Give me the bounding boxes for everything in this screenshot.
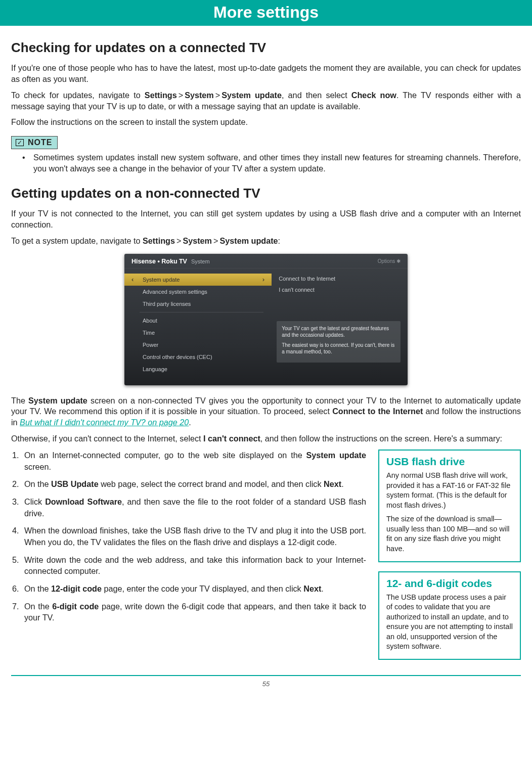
body-text: If your TV is not connected to the Inter… <box>11 208 521 231</box>
sidebar-title: 12- and 6-digit codes <box>386 577 513 590</box>
sidebar-title: USB flash drive <box>386 456 513 468</box>
tv-screenshot: Hisense • Roku TVSystem Options ✱ System… <box>124 254 408 385</box>
tv-menu-item-selected: System update <box>124 274 272 286</box>
footer-rule <box>11 675 521 676</box>
tv-submenu-item: Connect to the Internet <box>277 274 401 285</box>
sidebar-usb-flash-drive: USB flash drive Any normal USB flash dri… <box>378 450 521 562</box>
page-number: 55 <box>0 680 532 688</box>
heading-nonconnected: Getting updates on a non-connected TV <box>11 186 521 201</box>
tv-options-hint: Options ✱ <box>378 258 401 264</box>
tv-submenu-item: I can't connect <box>277 285 401 296</box>
step-item: On the USB Update web page, select the c… <box>21 478 366 490</box>
tv-submenu: Connect to the Internet I can't connect … <box>272 268 408 385</box>
check-icon: ✓ <box>16 139 24 146</box>
tv-menu-item: Language <box>124 363 272 375</box>
step-item: Write down the code and the web address,… <box>21 554 366 577</box>
step-item: Click Download Software, and then save t… <box>21 496 366 519</box>
tv-menu-item: Third party licenses <box>124 298 272 310</box>
tv-menu: System update Advanced system settings T… <box>124 268 272 385</box>
body-text: Follow the instructions on the screen to… <box>11 117 521 128</box>
sidebar-text: The size of the download is small—usuall… <box>386 514 513 554</box>
note-bullet: Sometimes system updates install new sys… <box>33 152 521 174</box>
tv-menu-item: Power <box>124 339 272 351</box>
crossref-link[interactable]: But what if I didn't connect my TV? on p… <box>20 418 189 427</box>
tv-menu-item: About <box>124 315 272 327</box>
page-banner: More settings <box>0 0 532 26</box>
steps-list: On an Internet-connected computer, go to… <box>11 450 366 623</box>
heading-checking-updates: Checking for updates on a connected TV <box>11 40 521 56</box>
body-text: To get a system update, navigate to Sett… <box>11 236 521 247</box>
sidebar-text: Any normal USB flash drive will work, pr… <box>386 471 513 510</box>
sidebar-codes: 12- and 6-digit codes The USB update pro… <box>378 571 521 660</box>
sidebar-text: The USB update process uses a pair of co… <box>386 593 513 652</box>
note-list: Sometimes system updates install new sys… <box>11 152 521 174</box>
tv-menu-item: Control other devices (CEC) <box>124 351 272 363</box>
body-text: To check for updates, navigate to Settin… <box>11 90 521 112</box>
body-text: The System update screen on a non-connec… <box>11 395 521 429</box>
step-item: On an Internet-connected computer, go to… <box>21 450 366 472</box>
body-text: If you're one of those people who has to… <box>11 63 521 85</box>
step-item: On the 6-digit code page, write down the… <box>21 601 366 623</box>
tv-menu-item: Time <box>124 327 272 339</box>
note-badge: ✓ NOTE <box>11 136 58 149</box>
note-label: NOTE <box>28 138 52 147</box>
step-item: On the 12-digit code page, enter the cod… <box>21 583 366 595</box>
step-item: When the download finishes, take the USB… <box>21 525 366 548</box>
tv-description: Your TV can get the latest and greatest … <box>277 321 401 363</box>
tv-brand: Hisense • Roku TVSystem <box>131 258 210 265</box>
body-text: Otherwise, if you can't connect to the I… <box>11 433 521 444</box>
tv-menu-item: Advanced system settings <box>124 286 272 298</box>
